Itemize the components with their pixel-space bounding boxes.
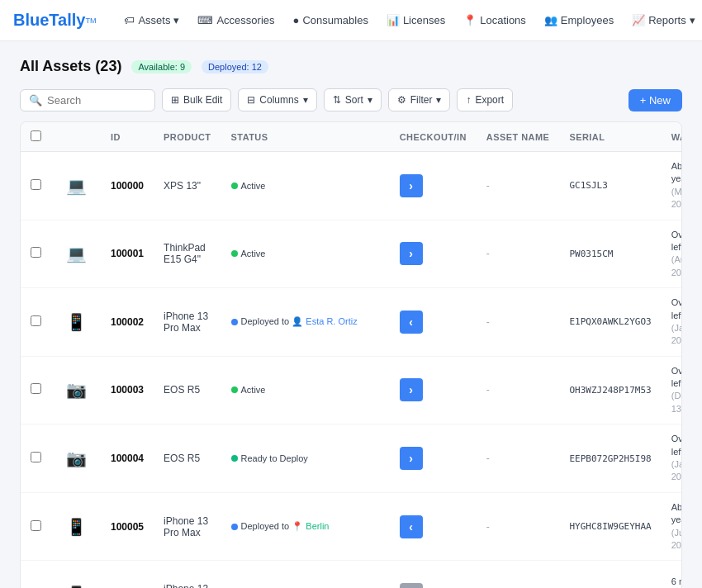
checkout-button-1[interactable]: ›	[400, 242, 423, 265]
row-checkbox-cell	[21, 561, 51, 588]
table-row: 📱 100005iPhone 13 Pro MaxDeployed to 📍 B…	[21, 492, 682, 561]
sort-button[interactable]: ⇅ Sort ▾	[324, 88, 382, 111]
chevron-down-icon: ▾	[690, 14, 695, 26]
status-person-link[interactable]: 👤 Esta R. Ortiz	[292, 316, 357, 326]
checkout-button-4[interactable]: ›	[400, 447, 423, 470]
new-button[interactable]: + New	[628, 89, 682, 111]
row-checkbox-2[interactable]	[31, 315, 41, 326]
header-img-cell	[51, 122, 101, 152]
nav-item-locations[interactable]: 📍 Locations	[455, 9, 534, 31]
status-text: Active	[241, 249, 266, 258]
row-checkbox-cell	[21, 220, 51, 288]
row-checkbox-1[interactable]	[31, 247, 41, 258]
row-id-3: 100003	[101, 356, 154, 424]
status-text: Deployed to 👤 Esta R. Ortiz	[241, 316, 358, 327]
status-dot	[231, 250, 238, 257]
export-label: Export	[475, 94, 504, 106]
toolbar: 🔍 ⊞ Bulk Edit ⊟ Columns ▾ ⇅ Sort ▾ ⚙ Fil…	[20, 88, 682, 111]
header-col-checkout-in: CHECKOUT/IN	[390, 122, 477, 152]
row-id-2: 100002	[101, 288, 154, 357]
grid-icon: ⊞	[171, 94, 179, 106]
row-icon-cell: 📱	[51, 492, 101, 561]
row-serial-2: E1PQX0AWKL2YGO3	[559, 288, 661, 357]
header-col-serial: SERIAL	[559, 122, 661, 152]
checkout-button-0[interactable]: ›	[400, 174, 423, 197]
row-warranty-1: Over 2 years left(August 15, 2025)	[662, 220, 682, 288]
row-action-cell-1: ›	[390, 220, 477, 288]
row-warranty-6: 6 months left(October 10, 2023)	[662, 561, 682, 588]
nav-item-accessories[interactable]: ⌨ Accessories	[189, 9, 282, 31]
row-action-cell-5: ‹	[390, 492, 477, 561]
row-product-5: iPhone 13 Pro Max	[154, 492, 221, 561]
row-checkbox-5[interactable]	[31, 520, 41, 531]
row-warranty-2: Over 2 years left(January 10, 2026)	[662, 288, 682, 357]
nav-label-consumables: Consumables	[302, 14, 368, 26]
status-text: Active	[241, 181, 266, 191]
checkout-button-5[interactable]: ‹	[400, 515, 423, 538]
status-dot	[231, 455, 238, 462]
row-checkbox-cell	[21, 288, 51, 357]
export-button[interactable]: ↑ Export	[457, 88, 513, 111]
columns-button[interactable]: ⊟ Columns ▾	[238, 88, 316, 111]
nav-label-assets: Assets	[138, 14, 170, 26]
asset-icon: 📷	[61, 375, 91, 405]
assets-table: IDPRODUCTSTATUSCHECKOUT/INASSET NAMESERI…	[21, 122, 682, 588]
row-warranty-4: Over 2 years left(January 14, 2026)	[662, 424, 682, 493]
nav-icon-reports: 📈	[632, 14, 645, 26]
search-input[interactable]	[47, 94, 146, 107]
filter-label: Filter	[410, 94, 433, 106]
nav-item-consumables[interactable]: ● Consumables	[285, 9, 377, 31]
table-row: 📱 100002iPhone 13 Pro MaxDeployed to 👤 E…	[21, 288, 682, 357]
status-text: Ready to Deploy	[241, 453, 308, 463]
row-checkbox-3[interactable]	[31, 383, 41, 394]
sort-label: Sort	[345, 94, 363, 106]
row-serial-1: PW0315CM	[559, 220, 661, 288]
search-box[interactable]: 🔍	[20, 89, 155, 111]
status-location-link[interactable]: 📍 Berlin	[292, 521, 329, 531]
row-action-cell-0: ›	[390, 152, 477, 220]
header-col-product: PRODUCT	[154, 122, 221, 152]
checkout-button-2[interactable]: ‹	[400, 311, 423, 334]
asset-icon: 📱	[61, 580, 91, 588]
checkout-button-3[interactable]: ›	[400, 378, 423, 401]
status-text: Deployed to 📍 Berlin	[241, 521, 330, 532]
header-col-warranty: WARRANTY	[662, 122, 682, 152]
badge-deployed: Deployed: 12	[202, 60, 268, 74]
row-serial-6: 7V755XH9B2EJA1R	[559, 561, 661, 588]
nav-label-accessories: Accessories	[216, 14, 274, 26]
status-badge: Deployed to 👤 Esta R. Ortiz	[231, 316, 358, 327]
nav-item-licenses[interactable]: 📊 Licenses	[378, 9, 453, 31]
filter-icon: ⚙	[397, 94, 406, 106]
row-id-0: 100000	[101, 152, 154, 220]
select-all-checkbox[interactable]	[31, 130, 41, 141]
status-badge: Active	[231, 249, 266, 258]
row-checkbox-4[interactable]	[31, 452, 41, 462]
nav-icon-locations: 📍	[463, 14, 477, 26]
nav-item-employees[interactable]: 👥 Employees	[536, 9, 622, 31]
nav-item-assets[interactable]: 🏷 Assets ▾	[116, 9, 187, 31]
row-product-1: ThinkPad E15 G4"	[154, 220, 221, 288]
header-row: IDPRODUCTSTATUSCHECKOUT/INASSET NAMESERI…	[21, 122, 682, 152]
columns-icon: ⊟	[247, 94, 255, 106]
row-asset-name-0: -	[477, 152, 560, 220]
row-serial-5: HYGHC8IW9GEYHAA	[559, 492, 661, 561]
row-warranty-3: Over 2 years left(December 13, 2025)	[662, 356, 682, 424]
row-product-6: iPhone 13 Pro Max	[154, 561, 221, 588]
row-icon-cell: 📱	[51, 288, 101, 357]
header-col-id: ID	[101, 122, 154, 152]
checkout-button-6[interactable]: ›	[400, 583, 423, 588]
row-checkbox-0[interactable]	[31, 179, 41, 190]
table-row: 💻 100001ThinkPad E15 G4"Active › -PW0315…	[21, 220, 682, 288]
row-checkbox-cell	[21, 492, 51, 561]
row-serial-4: EEPB072GP2H5I98	[559, 424, 661, 493]
status-badge: Active	[231, 385, 266, 395]
status-dot	[231, 386, 238, 393]
row-asset-name-3: -	[477, 356, 560, 424]
nav-item-reports[interactable]: 📈 Reports ▾	[624, 9, 702, 31]
row-action-cell-6: ›	[390, 561, 477, 588]
filter-button[interactable]: ⚙ Filter ▾	[388, 88, 451, 111]
logo-tm: TM	[85, 17, 96, 25]
bulk-edit-button[interactable]: ⊞ Bulk Edit	[162, 88, 231, 111]
asset-icon: 💻	[61, 239, 91, 268]
row-asset-name-5: -	[477, 492, 560, 561]
